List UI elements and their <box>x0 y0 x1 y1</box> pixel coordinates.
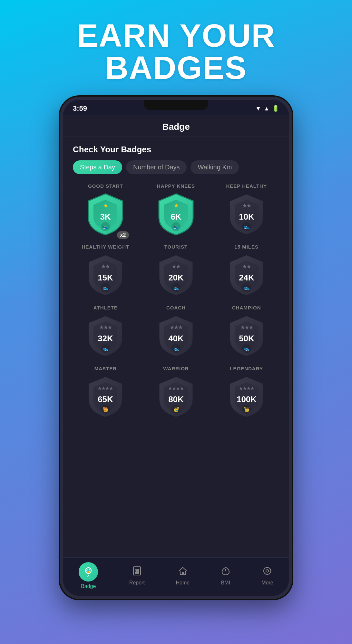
phone-frame: 3:59 ▼ ▲ 🔋 Badge Check Your Badges Steps… <box>60 97 292 599</box>
nav-item-more[interactable]: More <box>261 566 273 586</box>
badge-item[interactable]: HEALTHY WEIGHT ★★ 15K 👟 <box>73 244 138 297</box>
badge-label: HAPPY KNEES <box>157 183 195 189</box>
shield-wrapper: ★★ 24K 👟 👟 <box>226 252 268 297</box>
badge-item[interactable]: TOURIST ★★ 20K 👟 <box>143 244 209 297</box>
badge-label: WARRIOR <box>163 366 189 371</box>
badge-item[interactable]: GOOD START ★ 3K 👟 <box>73 183 138 236</box>
wifi-icon: ▼ <box>255 105 261 112</box>
shield-wrapper: ★★ 10K 👟 👟 <box>226 191 268 236</box>
svg-text:👟: 👟 <box>244 346 249 351</box>
shield-wrapper: ★★★ 50K 👟 👟 <box>226 313 268 358</box>
shield-wrapper: ★★★ 32K 👟 👟 <box>84 313 126 358</box>
badge-label: LEGENDARY <box>230 366 263 371</box>
svg-text:★★: ★★ <box>172 264 181 269</box>
svg-text:10K: 10K <box>239 212 254 222</box>
badge-item[interactable]: HAPPY KNEES ★ 6K 👟 <box>143 183 209 236</box>
svg-text:★★★: ★★★ <box>240 325 253 330</box>
svg-text:👟: 👟 <box>173 224 179 230</box>
badge-count: x2 <box>117 231 129 239</box>
svg-text:★★★★: ★★★★ <box>239 386 254 391</box>
bottom-nav: 🏅 BadgeReportHomeBMIMore <box>63 557 289 596</box>
badge-nav-icon: 🏅 <box>83 567 93 577</box>
svg-text:★: ★ <box>103 203 108 208</box>
badge-item[interactable]: ATHLETE ★★★ 32K 👟 <box>73 305 138 358</box>
svg-text:👑: 👑 <box>103 407 109 412</box>
nav-item-home[interactable]: Home <box>176 566 190 586</box>
filter-tabs: Steps a Day Number of Days Walking Km <box>73 160 279 174</box>
badge-grid: GOOD START ★ 3K 👟 <box>73 183 279 419</box>
page-header: EARN YOUR BADGES <box>77 19 275 84</box>
nav-icon-bmi <box>221 566 230 578</box>
svg-text:★★★★: ★★★★ <box>98 386 113 391</box>
svg-text:★★: ★★ <box>101 264 110 269</box>
badge-item[interactable]: COACH ★★★ 40K 👟 <box>143 305 209 358</box>
shield-wrapper: ★★★ 40K 👟 👟 <box>155 313 197 358</box>
header-line2: BADGES <box>77 52 275 84</box>
nav-icon-home <box>178 566 188 578</box>
shield-svg: ★★★★ 100K 👑 👑 <box>226 374 268 419</box>
svg-point-73 <box>264 567 271 574</box>
app-content: Badge Check Your Badges Steps a Day Numb… <box>63 115 289 596</box>
svg-text:👑: 👑 <box>244 407 249 412</box>
svg-text:32K: 32K <box>98 334 113 343</box>
nav-label-bmi: BMI <box>221 580 230 586</box>
svg-marker-61 <box>87 575 90 577</box>
svg-text:★: ★ <box>174 203 178 208</box>
svg-rect-68 <box>135 572 136 574</box>
shield-wrapper: ★★★★ 100K 👑 👑 <box>226 374 268 419</box>
battery-icon: 🔋 <box>272 105 279 112</box>
badge-label: GOOD START <box>88 183 123 189</box>
svg-text:🏅: 🏅 <box>87 569 91 573</box>
shield-wrapper: ★ 6K 👟 👟 <box>155 191 197 236</box>
svg-text:3K: 3K <box>100 212 111 222</box>
badge-label: TOURIST <box>164 244 188 250</box>
nav-item-bmi[interactable]: BMI <box>221 566 230 586</box>
badge-label: KEEP HEALTHY <box>226 183 267 189</box>
svg-text:👟: 👟 <box>244 285 249 290</box>
scroll-content[interactable]: Check Your Badges Steps a Day Number of … <box>63 137 289 557</box>
badge-item[interactable]: LEGENDARY ★★★★ 100K 👑 <box>214 366 279 419</box>
svg-text:👟: 👟 <box>244 224 249 230</box>
header-line1: EARN YOUR <box>77 19 275 52</box>
svg-text:40K: 40K <box>168 334 184 343</box>
svg-text:80K: 80K <box>168 394 184 404</box>
shield-svg: ★★ 24K 👟 👟 <box>226 252 268 297</box>
svg-text:👟: 👟 <box>103 224 109 230</box>
svg-text:★★: ★★ <box>242 203 251 208</box>
svg-text:👟: 👟 <box>103 285 109 290</box>
tab-walking-km[interactable]: Walking Km <box>191 160 239 174</box>
app-header: Badge <box>63 115 289 137</box>
phone-notch <box>144 100 208 110</box>
svg-text:100K: 100K <box>237 394 257 404</box>
nav-label-home: Home <box>176 580 190 586</box>
nav-label-badge: Badge <box>81 583 96 589</box>
badge-item[interactable]: MASTER ★★★★ 65K 👑 <box>73 366 138 419</box>
nav-label-report: Report <box>129 580 145 586</box>
badge-item[interactable]: CHAMPION ★★★ 50K 👟 <box>214 305 279 358</box>
badge-label: CHAMPION <box>232 305 261 310</box>
badge-item[interactable]: KEEP HEALTHY ★★ 10K 👟 <box>214 183 279 236</box>
tab-steps-a-day[interactable]: Steps a Day <box>73 160 122 174</box>
nav-icon-more <box>262 566 272 578</box>
shield-svg: ★★★ 40K 👟 👟 <box>155 313 197 358</box>
badge-item[interactable]: WARRIOR ★★★★ 80K 👑 <box>143 366 209 419</box>
svg-text:6K: 6K <box>171 212 181 222</box>
badge-item[interactable]: 15 MILES ★★ 24K 👟 <box>214 244 279 297</box>
svg-rect-70 <box>138 569 139 574</box>
shield-wrapper: ★★ 15K 👟 👟 <box>84 252 126 297</box>
badge-label: ATHLETE <box>93 305 118 310</box>
shield-svg: ★ 6K 👟 👟 <box>155 191 197 236</box>
svg-text:👟: 👟 <box>103 346 109 351</box>
svg-text:★★★★: ★★★★ <box>168 386 184 391</box>
badge-label: 15 MILES <box>234 244 259 250</box>
signal-icon: ▲ <box>264 105 269 112</box>
shield-svg: ★★ 10K 👟 👟 <box>226 191 268 236</box>
svg-text:24K: 24K <box>239 273 254 282</box>
nav-item-badge[interactable]: 🏅 Badge <box>79 562 98 589</box>
nav-item-report[interactable]: Report <box>129 566 145 586</box>
svg-rect-71 <box>182 572 184 574</box>
tab-number-of-days[interactable]: Number of Days <box>126 160 187 174</box>
svg-text:★★★: ★★★ <box>99 325 112 330</box>
nav-icon-active-circle: 🏅 <box>79 562 98 582</box>
shield-wrapper: ★★★★ 65K 👑 👑 <box>84 374 126 419</box>
